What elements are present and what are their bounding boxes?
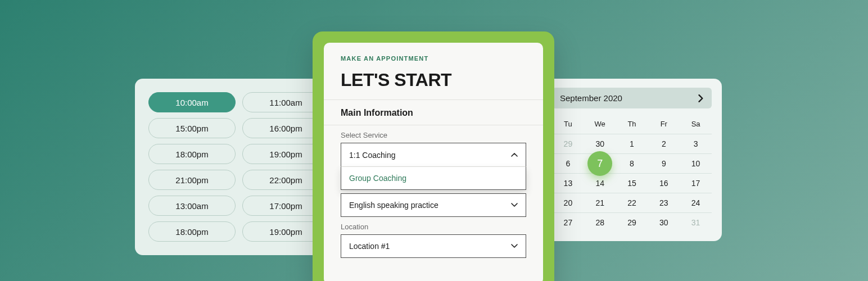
calendar-month-label: September 2020 (560, 93, 622, 103)
calendar-header: September 2020 (552, 88, 712, 108)
timeslot-button[interactable]: 15:00pm (148, 118, 236, 138)
selected-day-bubble: 7 (587, 151, 612, 176)
calendar-grid: TuWeThFrSa293012367891013141516172021222… (552, 116, 712, 232)
day-header: Th (616, 116, 648, 134)
day-cell[interactable]: 27 (552, 212, 584, 232)
form-area: Select Service 1:1 Coaching Group Coachi… (324, 125, 543, 269)
day-cell[interactable]: 29 (552, 134, 584, 153)
section-title: Main Information (324, 100, 543, 125)
chevron-down-icon (511, 244, 518, 248)
service-select-value: 1:1 Coaching (349, 151, 396, 160)
timeslot-button[interactable]: 13:00am (148, 196, 236, 216)
day-cell[interactable]: 17 (680, 173, 712, 193)
service-field-label: Select Service (341, 131, 526, 139)
day-cell[interactable]: 15 (616, 173, 648, 193)
chevron-right-icon (698, 94, 704, 102)
service-dropdown-option[interactable]: Group Coaching (341, 166, 526, 190)
day-cell[interactable]: 8 (616, 153, 648, 173)
timeslots-panel: 10:00am11:00am15:00pm16:00pm18:00pm19:00… (135, 79, 343, 255)
day-cell[interactable]: 14 (584, 173, 616, 193)
practice-select[interactable]: English speaking practice (341, 193, 526, 217)
timeslot-button[interactable]: 10:00am (148, 92, 236, 112)
calendar-panel: September 2020 TuWeThFrSa293012367891013… (542, 79, 722, 241)
day-cell[interactable]: 9 (648, 153, 680, 173)
location-select[interactable]: Location #1 (341, 234, 526, 258)
day-cell[interactable]: 16 (648, 173, 680, 193)
day-cell[interactable]: 31 (680, 212, 712, 232)
service-select[interactable]: 1:1 Coaching (341, 143, 526, 166)
day-header: Tu (552, 116, 584, 134)
day-cell[interactable]: 20 (552, 193, 584, 212)
timeslots-grid: 10:00am11:00am15:00pm16:00pm18:00pm19:00… (148, 92, 329, 242)
day-cell[interactable]: 29 (616, 212, 648, 232)
chevron-down-icon (511, 203, 518, 207)
location-select-value: Location #1 (349, 242, 390, 251)
day-cell[interactable]: 22 (616, 193, 648, 212)
day-cell[interactable]: 30 (584, 134, 616, 153)
day-cell[interactable]: 30 (648, 212, 680, 232)
page-title: LET'S START (341, 70, 526, 90)
day-cell[interactable]: 13 (552, 173, 584, 193)
day-header: We (584, 116, 616, 134)
day-header: Sa (680, 116, 712, 134)
appointment-card: MAKE AN APPOINTMENT LET'S START Main Inf… (313, 31, 554, 281)
calendar-next-button[interactable] (698, 94, 704, 102)
day-cell[interactable]: 23 (648, 193, 680, 212)
day-cell[interactable]: 2 (648, 134, 680, 153)
eyebrow-label: MAKE AN APPOINTMENT (341, 55, 526, 62)
timeslot-button[interactable]: 21:00pm (148, 170, 236, 190)
day-cell[interactable]: 1 (616, 134, 648, 153)
day-header: Fr (648, 116, 680, 134)
day-cell[interactable]: 28 (584, 212, 616, 232)
service-option-label: Group Coaching (349, 174, 406, 183)
day-cell[interactable]: 21 (584, 193, 616, 212)
day-cell[interactable]: 6 (552, 153, 584, 173)
location-field-label: Location (341, 223, 526, 231)
day-cell[interactable]: 3 (680, 134, 712, 153)
day-cell[interactable]: 24 (680, 193, 712, 212)
timeslot-button[interactable]: 18:00pm (148, 144, 236, 164)
appointment-header: MAKE AN APPOINTMENT LET'S START (324, 43, 543, 99)
appointment-inner: MAKE AN APPOINTMENT LET'S START Main Inf… (324, 43, 543, 281)
timeslot-button[interactable]: 18:00pm (148, 221, 236, 242)
practice-select-value: English speaking practice (349, 201, 438, 210)
chevron-up-icon (511, 153, 518, 157)
day-cell[interactable]: 10 (680, 153, 712, 173)
day-cell[interactable]: 7 (584, 153, 616, 173)
